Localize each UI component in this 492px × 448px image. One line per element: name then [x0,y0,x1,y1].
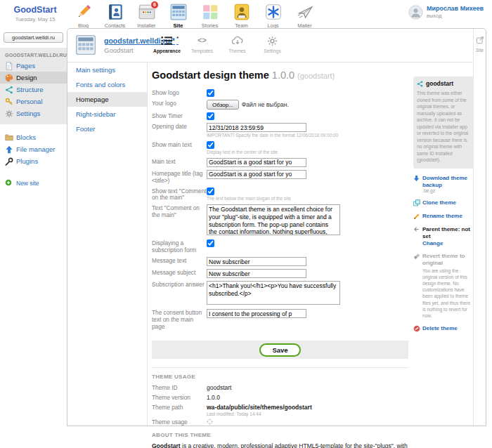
field-label: Your logo [152,100,207,110]
user-name[interactable]: Мирослав Михеев [427,5,484,12]
logout-link[interactable]: выход [427,13,484,19]
opening-date-input[interactable] [207,123,306,132]
menu-item-main-settings[interactable]: Main settings [67,62,147,77]
about-text-1: is a creative, modern, professional adap… [152,442,408,448]
field-label: Text "Comment on the main" [152,204,207,237]
consent-text-input[interactable] [207,309,306,318]
parent-change-link[interactable]: Change [422,240,474,246]
sidebar-item-file-manager[interactable]: File manager [0,143,67,155]
wrench-icon [5,157,13,166]
field-hint: IMPORTANT! Specify the date in the forma… [207,133,408,138]
comment-textarea[interactable]: The Goodstart theme is an excellent choi… [207,204,340,235]
mailer-icon [296,3,314,21]
sidebar-item-blocks[interactable]: Blocks [0,131,67,143]
show-comment-checkbox[interactable] [207,187,214,195]
field-label: Show text "Comment on the main" [152,187,207,202]
form-row: Message subject [152,269,408,278]
usage-label: Theme ID [152,384,207,392]
app-blog[interactable]: Blog [67,2,99,29]
sidebar-item-design[interactable]: Design [0,72,67,84]
account-logo[interactable]: GoodStart Tuesday, May 15 [6,5,65,22]
gear-icon [5,110,13,118]
new-site-label: New site [16,180,39,187]
save-button[interactable]: Save [259,343,300,357]
form-row: Main text [152,158,408,167]
loading-spinner-icon [207,419,213,425]
tab-templates[interactable]: <> Templates [186,32,219,53]
site-app-panel: goodstart.welldi.ru/** Goodstart Appeara… [67,28,486,426]
panel-header: goodstart.welldi.ru/** Goodstart Appeara… [67,29,472,62]
download-backup-link[interactable]: Download theme backup [413,175,474,188]
key-icon [5,98,13,106]
app-team[interactable]: Team [226,2,257,29]
theme-settings-content: Goodstart design theme 1.0.0 (goodstart)… [152,62,408,448]
tab-themes[interactable]: Themes [221,32,254,53]
parent-theme-row: Parent theme: not set [413,226,474,239]
sidebar-item-structure[interactable]: Structure [0,84,67,95]
menu-item-homepage[interactable]: Homepage [67,92,147,107]
view-site-link[interactable]: Site [474,34,486,53]
message-subject-input[interactable] [207,269,306,278]
app-installer[interactable]: 6 Installer [131,2,162,29]
new-site-link[interactable]: New site [0,177,67,189]
theme-box-text: This theme was either cloned from some o… [417,90,470,164]
parent-arrow-icon [413,226,420,232]
theme-usage-section: THEME USAGE Theme ID goodstart Theme ver… [152,367,408,426]
download-label: Download theme backup [422,175,474,188]
homepage-title-input[interactable] [207,170,306,179]
show-timer-checkbox[interactable] [207,112,214,120]
delete-icon [413,325,420,332]
subscription-answer-textarea[interactable]: <h1>Thank you!</h1><p>You have successfu… [207,281,340,305]
user-menu[interactable]: Мирослав Михеев выход [408,5,484,20]
site-selector[interactable]: goodstart.welldi.ru [4,32,63,43]
clone-theme-link[interactable]: Clone theme [413,199,474,206]
list-icon [161,36,173,46]
app-stories[interactable]: Stories [194,2,226,29]
app-site[interactable]: Site [162,2,194,29]
main-text-input[interactable] [207,158,306,167]
field-label: Message subject [152,269,207,278]
form-row: Text "Comment on the main" The Goodstart… [152,204,408,237]
sidebar-item-pages[interactable]: Pages [0,60,67,72]
tab-appearance[interactable]: Appearance [150,32,183,53]
message-text-input[interactable] [207,257,306,266]
page-icon [5,62,13,70]
app-mailer[interactable]: Mailer [289,2,321,29]
sidebar-item-personal[interactable]: Personal [0,95,67,107]
sidebar-item-settings[interactable]: Settings [0,107,67,119]
last-modified-text: Last modified: Today 14:44 [207,411,312,416]
field-label: Opening date [152,123,207,138]
palette-icon [5,74,13,82]
pencil-icon [75,3,93,21]
site-selector-value: goodstart.welldi.ru [12,34,55,41]
theme-id-label: (goodstart) [297,72,335,80]
rename-theme-link[interactable]: Rename theme [413,213,474,220]
design-tabs: Appearance <> Templates Themes Settings [150,32,289,53]
plus-circle-icon [5,179,12,186]
show-logo-checkbox[interactable] [207,89,214,97]
sidebar-item-label: Personal [16,98,43,105]
design-settings-menu: Main settings Fonts and colors Homepage … [67,62,148,426]
delete-theme-link[interactable]: Delete theme [413,325,474,332]
stories-icon [201,3,219,21]
clone-label: Clone theme [422,199,456,206]
app-logs[interactable]: Logs [257,2,289,29]
form-row: Homepage title (tag <title>) [152,170,408,185]
logs-icon [264,3,283,21]
menu-item-footer[interactable]: Footer [67,121,147,136]
tab-label: Appearance [150,48,183,53]
tab-settings[interactable]: Settings [256,32,289,53]
about-theme-section: ABOUT THIS THEME Goodstart is a creative… [152,432,408,448]
sidebar-item-plugins[interactable]: Plugins [0,155,67,167]
usage-row: Theme version 1.0.0 [152,394,408,402]
upload-arrow-icon [5,145,13,154]
usage-label: Theme usage [152,419,207,426]
theme-actions-sidebar: goodstart This theme was either cloned f… [413,77,474,332]
form-row: Message text [152,257,408,266]
app-contacts[interactable]: Contacts [99,2,131,29]
menu-item-fonts-colors[interactable]: Fonts and colors [67,77,147,92]
show-main-text-checkbox[interactable] [207,141,214,149]
browse-button[interactable]: Обзор... [207,100,239,110]
subscription-form-checkbox[interactable] [207,239,214,247]
menu-item-right-sidebar[interactable]: Right-sidebar [67,107,147,121]
